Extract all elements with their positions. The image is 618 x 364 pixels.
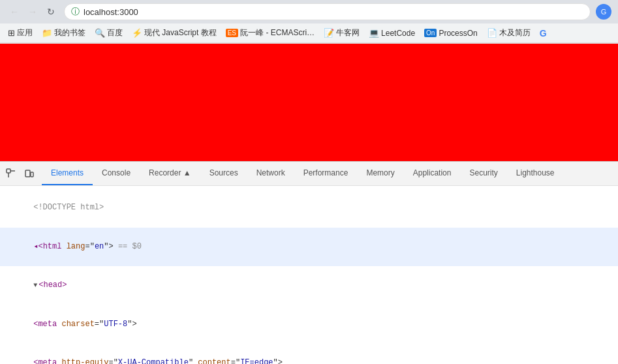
processon-icon: On (424, 29, 437, 37)
tab-sources[interactable]: Sources (200, 162, 247, 185)
doctype-line: <!DOCTYPE html> (0, 189, 618, 228)
tab-memory[interactable]: Memory (357, 162, 403, 185)
bookmark-apps-label: 应用 (17, 27, 33, 38)
bookmark-jianli-label: 木及简历 (499, 27, 531, 38)
bookmark-modern-js-label: 现代 JavaScript 教程 (144, 27, 217, 38)
devtools-panel: Elements Console Recorder ▲ Sources Netw… (0, 161, 618, 364)
inspect-element-button[interactable] (3, 165, 20, 182)
bookmark-leetcode-label: LeetCode (381, 29, 415, 38)
baidu-icon: 🔍 (95, 28, 105, 38)
bookmark-modern-js[interactable]: ⚡ 现代 JavaScript 教程 (128, 26, 221, 40)
meta-charset-line: <meta charset="UTF-8"> (0, 305, 618, 344)
svg-rect-3 (25, 170, 30, 177)
tab-network[interactable]: Network (247, 162, 294, 185)
bookmark-ecma-label: 阮一峰 - ECMAScri… (240, 27, 315, 38)
device-toolbar-button[interactable] (21, 165, 38, 182)
bookmark-mymarks[interactable]: 📁 我的书签 (38, 26, 89, 40)
bookmark-processon-label: ProcessOn (439, 29, 477, 38)
tab-application[interactable]: Application (404, 162, 461, 185)
forward-button[interactable]: → (25, 4, 40, 20)
niuke-icon: 📝 (324, 28, 334, 38)
bookmarks-bar: ⊞ 应用 📁 我的书签 🔍 百度 ⚡ 现代 JavaScript 教程 ES 阮… (0, 23, 618, 43)
bookmark-leetcode[interactable]: 💻 LeetCode (365, 27, 419, 39)
meta-compat-line: <meta http-equiv="X-UA-Compatible" conte… (0, 344, 618, 364)
js-icon: ⚡ (132, 28, 142, 38)
html-tag-line[interactable]: ◂<html lang="en"> == $0 (0, 228, 618, 267)
bookmark-apps[interactable]: ⊞ 应用 (4, 26, 37, 40)
lock-icon: ⓘ (71, 6, 80, 18)
leetcode-icon: 💻 (369, 28, 379, 38)
cursor-icon (6, 168, 16, 179)
svg-rect-0 (7, 169, 10, 173)
bookmark-baidu-label: 百度 (107, 27, 123, 38)
tab-security[interactable]: Security (460, 162, 506, 185)
back-button[interactable]: ← (7, 4, 22, 20)
url-text: localhost:3000 (84, 7, 138, 17)
profile-button[interactable]: G (596, 4, 611, 20)
devtools-icons (3, 165, 38, 182)
svg-rect-4 (31, 172, 33, 177)
browser-titlebar: ← → ↻ ⓘ localhost:3000 G (0, 0, 618, 23)
devtools-toolbar: Elements Console Recorder ▲ Sources Netw… (0, 162, 618, 186)
reload-button[interactable]: ↻ (43, 4, 59, 20)
bookmark-google[interactable]: G (536, 27, 551, 40)
tab-console[interactable]: Console (93, 162, 140, 185)
bookmark-niuke[interactable]: 📝 牛客网 (320, 26, 363, 40)
apps-icon: ⊞ (8, 28, 15, 38)
bookmark-niuke-label: 牛客网 (336, 27, 360, 38)
folder-icon: 📁 (42, 28, 52, 38)
address-bar[interactable]: ⓘ localhost:3000 (64, 3, 591, 20)
devtools-content: <!DOCTYPE html> ◂<html lang="en"> == $0 … (0, 186, 618, 364)
tab-recorder[interactable]: Recorder ▲ (140, 162, 200, 185)
bookmark-processon[interactable]: On ProcessOn (420, 27, 482, 39)
bookmark-jianli[interactable]: 📄 木及简历 (483, 26, 534, 40)
google-icon: G (540, 28, 547, 38)
device-icon (24, 168, 35, 179)
jianli-icon: 📄 (487, 28, 497, 38)
head-open-line[interactable]: ▼<head> (0, 266, 618, 305)
devtools-tabs: Elements Console Recorder ▲ Sources Netw… (42, 162, 615, 185)
tab-lighthouse[interactable]: Lighthouse (507, 162, 564, 185)
bookmark-mymarks-label: 我的书签 (54, 27, 85, 38)
nav-buttons: ← → ↻ (7, 4, 59, 20)
bookmark-baidu[interactable]: 🔍 百度 (91, 26, 127, 40)
tab-elements[interactable]: Elements (42, 162, 93, 185)
webpage-content (0, 44, 618, 161)
bookmark-ecma[interactable]: ES 阮一峰 - ECMAScri… (222, 26, 318, 40)
tab-performance[interactable]: Performance (294, 162, 358, 185)
ecma-icon: ES (226, 29, 238, 37)
